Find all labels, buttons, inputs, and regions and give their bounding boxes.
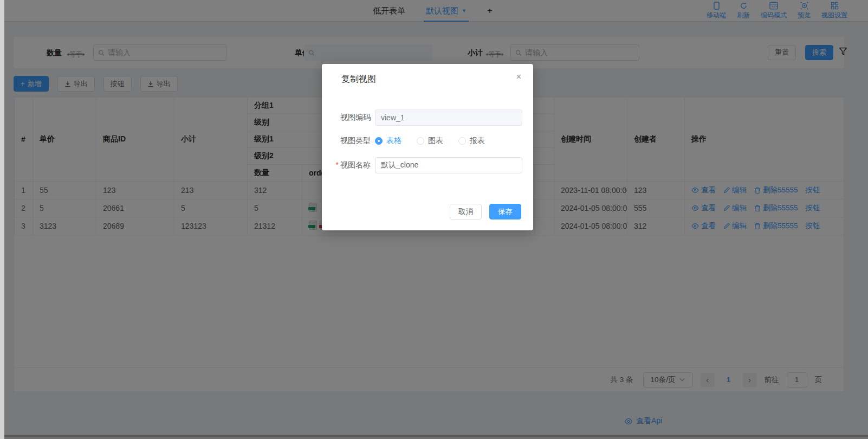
left-edge-strip [0,0,4,439]
dialog-title: 复制视图 [341,74,376,85]
radio-dot [375,137,383,145]
radio-chart[interactable]: 图表 [417,136,443,146]
view-name-label: *视图名称 [322,160,371,170]
view-name-input[interactable] [375,157,522,173]
view-code-label: 视图编码 [322,113,371,122]
radio-table[interactable]: 表格 [375,136,401,146]
required-asterisk: * [336,160,339,169]
view-code-input[interactable] [375,109,522,126]
close-icon[interactable]: × [516,73,521,81]
radio-dot [417,137,424,145]
view-type-radio-group: 表格 图表 报表 [375,136,485,146]
app-window: 低开表单 默认视图 ▼ + 移动端 刷新 </> [4,0,868,435]
save-button[interactable]: 保存 [489,204,521,220]
screen: 低开表单 默认视图 ▼ + 移动端 刷新 </> [0,0,868,439]
radio-dot [458,137,466,145]
bottom-edge-strip [4,437,868,439]
view-type-label: 视图类型 [322,136,371,146]
copy-view-dialog: 复制视图 × 视图编码 视图类型 表格 图表 [322,64,533,230]
cancel-button[interactable]: 取消 [450,204,482,220]
radio-report[interactable]: 报表 [458,136,485,146]
